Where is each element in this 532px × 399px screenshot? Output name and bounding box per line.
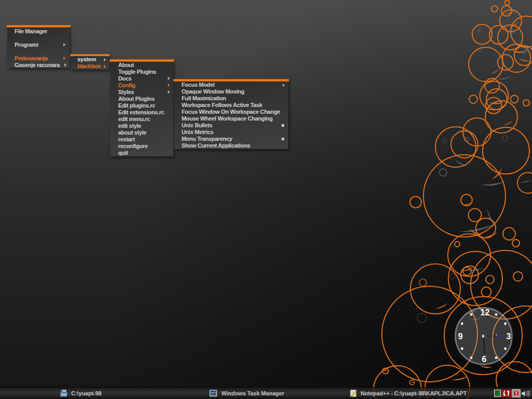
svg-text:9: 9 <box>458 332 463 341</box>
svg-text:3: 3 <box>507 332 511 341</box>
svg-text:12: 12 <box>481 308 490 317</box>
svg-text:6: 6 <box>482 355 487 364</box>
